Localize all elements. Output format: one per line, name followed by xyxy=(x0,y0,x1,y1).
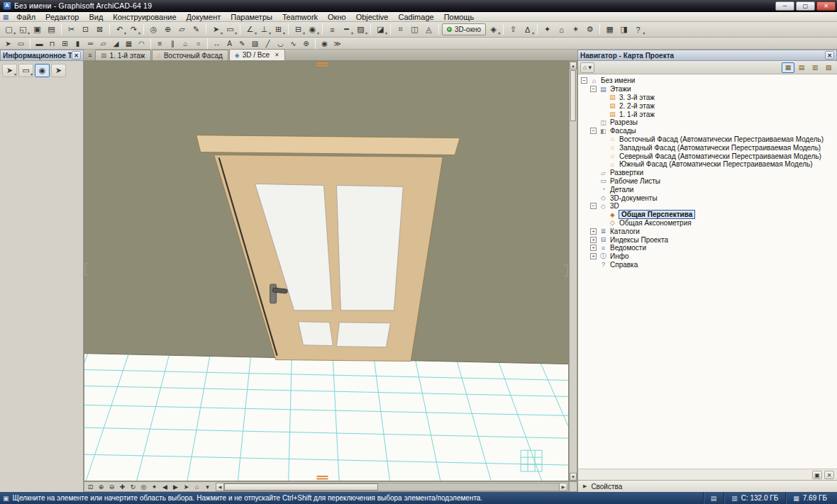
mesh-icon[interactable]: ▦ xyxy=(123,38,135,49)
paste-icon[interactable]: ⊠ xyxy=(93,23,106,36)
vertical-scroll-track[interactable] xyxy=(570,122,577,473)
railing-icon[interactable]: ∥ xyxy=(167,38,179,49)
selection-mode-icon[interactable]: ◉ xyxy=(35,64,50,77)
vertical-scrollbar[interactable]: ▲ ▼ xyxy=(569,61,577,481)
properties-expand-icon[interactable]: ▶ xyxy=(583,483,587,489)
help-dropdown-icon[interactable]: ▾ xyxy=(643,30,645,35)
grid-options-dropdown-icon[interactable]: ▾ xyxy=(303,30,305,35)
tab-east-elevation[interactable]: ⌂Восточный Фасад xyxy=(152,50,228,60)
tree-item[interactable]: ▤3. 3-й этаж xyxy=(578,94,837,102)
slab-icon[interactable]: ▱ xyxy=(97,38,109,49)
close-button[interactable]: ✕ xyxy=(816,1,836,11)
open-dropdown-icon[interactable]: ▾ xyxy=(28,30,30,35)
horizontal-scrollbar[interactable]: ◀ ▶ xyxy=(216,483,567,491)
pan-icon[interactable]: ✚ xyxy=(117,482,128,491)
zoom-icon[interactable]: ⊕ xyxy=(161,23,174,36)
redo-dropdown-icon[interactable]: ▾ xyxy=(138,30,140,35)
tree-expander-minus-icon[interactable]: − xyxy=(581,77,587,84)
glass-pane-lower-left[interactable] xyxy=(299,322,333,346)
maximize-button[interactable]: ▢ xyxy=(796,1,815,11)
menu-item[interactable]: Objective xyxy=(351,12,394,22)
spline-icon[interactable]: ∿ xyxy=(287,38,299,49)
fit-home-icon[interactable]: ⌂ xyxy=(555,23,568,36)
menu-item[interactable]: Teamwork xyxy=(277,12,323,22)
new-icon[interactable]: ▢▾ xyxy=(2,23,16,36)
marquee-tool-icon[interactable]: ▭▾ xyxy=(223,23,237,36)
info-box-header[interactable]: Информационное Т... ✕ xyxy=(0,50,84,61)
trace-reference-icon[interactable]: ◪▾ xyxy=(374,23,387,36)
fly-mode-icon[interactable]: ➤ xyxy=(181,482,192,491)
3d-viewport[interactable] xyxy=(84,61,569,481)
stair-icon[interactable]: ≡ xyxy=(154,38,166,49)
snap-grid-icon[interactable]: ⊞▾ xyxy=(272,23,285,36)
tree-item[interactable]: ▤1. 1-й этаж xyxy=(578,110,837,118)
explore-icon[interactable]: ✦ xyxy=(149,482,160,491)
marquee-tool-dropdown-icon[interactable]: ▾ xyxy=(235,30,237,35)
guide-lines-dropdown-icon[interactable]: ▾ xyxy=(255,30,257,35)
properties-bar[interactable]: ▶ Свойства xyxy=(578,480,837,492)
mark-up-dropdown-icon[interactable]: ▾ xyxy=(532,30,534,35)
pen-sets-icon[interactable]: ━▾ xyxy=(340,23,353,36)
arrow-tool-dropdown-icon[interactable]: ▾ xyxy=(221,30,223,35)
favorites-icon[interactable]: ✶ xyxy=(569,23,582,36)
arrow-options-dropdown-icon[interactable]: ▾ xyxy=(14,72,16,77)
tab-close-icon[interactable]: ✕ xyxy=(275,52,279,58)
fit-in-window-icon[interactable]: ⌂ xyxy=(192,482,202,491)
arc-icon[interactable]: ◡ xyxy=(275,38,287,49)
door-icon[interactable]: ⊓ xyxy=(46,38,58,49)
tree-item[interactable]: ▤2. 2-й этаж xyxy=(578,101,837,110)
wall-icon[interactable]: ▬ xyxy=(33,38,45,49)
view-map-icon[interactable]: ▤ xyxy=(795,62,808,73)
tree-item[interactable]: ◇Общая Аксонометрия xyxy=(578,219,837,228)
library-manager-icon[interactable]: ▦ xyxy=(603,23,616,36)
settings-icon[interactable]: ⚙ xyxy=(583,23,597,36)
tree-expander-minus-icon[interactable]: − xyxy=(590,128,597,134)
pick-up-parameters-icon[interactable]: ✎ xyxy=(189,23,203,36)
close-palette-icon[interactable]: ✕ xyxy=(824,471,834,479)
tree-expander-plus-icon[interactable]: + xyxy=(590,253,597,259)
arrow-tool-icon[interactable]: ➤▾ xyxy=(209,23,223,36)
orbit-icon[interactable]: ↻ xyxy=(128,482,138,491)
tree-item[interactable]: +≡Ведомости xyxy=(578,244,837,252)
undo-icon[interactable]: ↶▾ xyxy=(113,23,126,36)
tab-3d-all[interactable]: ◈3D / Все✕ xyxy=(229,49,285,60)
view-more-icon[interactable]: ▾ xyxy=(202,482,213,491)
horizontal-scroll-thumb[interactable] xyxy=(224,483,378,491)
menu-item[interactable]: Cadimage xyxy=(393,12,438,22)
scroll-right-icon[interactable]: ▶ xyxy=(559,483,567,491)
tree-item[interactable]: ⌂Северный Фасад (Автоматически Перестраи… xyxy=(578,152,837,160)
beam-icon[interactable]: ═ xyxy=(84,38,96,49)
tree-item[interactable]: −◧Фасады xyxy=(578,127,837,135)
menu-item[interactable]: Помощь xyxy=(439,12,480,22)
text-icon[interactable]: A xyxy=(223,38,235,49)
navigator-close-icon[interactable]: ✕ xyxy=(825,51,834,60)
tree-expander-plus-icon[interactable]: + xyxy=(590,245,597,251)
3d-window-button[interactable]: 3D-окно xyxy=(442,23,486,35)
menu-item[interactable]: Файл xyxy=(11,12,40,22)
organizer-icon[interactable]: ◨ xyxy=(617,23,631,36)
tree-item[interactable]: −⌂Без имени xyxy=(578,77,837,85)
publish-icon[interactable]: ⇧ xyxy=(506,23,520,36)
hotspot-icon[interactable]: ⊕ xyxy=(300,38,312,49)
shell-icon[interactable]: ◠ xyxy=(135,38,148,49)
trace-reference-dropdown-icon[interactable]: ▾ xyxy=(385,30,387,35)
print-queue[interactable]: ▤ xyxy=(703,492,724,504)
increase-zoom-icon[interactable]: ⊕ xyxy=(96,482,106,491)
title-bar[interactable]: A Без имени - Graphisoft ArchiCAD-64 19 … xyxy=(0,0,837,12)
help-icon[interactable]: ?▾ xyxy=(631,23,645,36)
select-icon[interactable]: ➤ xyxy=(2,38,14,49)
tree-expander-plus-icon[interactable]: + xyxy=(590,237,597,243)
tree-item[interactable]: ▭Рабочие Листы xyxy=(578,177,837,186)
menu-item[interactable]: Конструирование xyxy=(108,12,181,22)
tree-item[interactable]: −◇3D xyxy=(578,202,837,211)
lamp-icon[interactable]: ○ xyxy=(192,38,204,49)
open-icon[interactable]: ◱▾ xyxy=(16,23,30,36)
scroll-down-icon[interactable]: ▼ xyxy=(570,473,577,481)
marquee-icon[interactable]: ▭ xyxy=(15,38,27,49)
next-view-icon[interactable]: ▶ xyxy=(170,482,181,491)
quick-select-icon[interactable]: ➤ xyxy=(51,64,66,77)
glass-pane-lower-right[interactable] xyxy=(336,323,390,347)
line-icon[interactable]: ╱ xyxy=(262,38,274,49)
find-select-icon[interactable]: ◎ xyxy=(147,23,160,36)
menu-item[interactable]: Окно xyxy=(323,12,351,22)
